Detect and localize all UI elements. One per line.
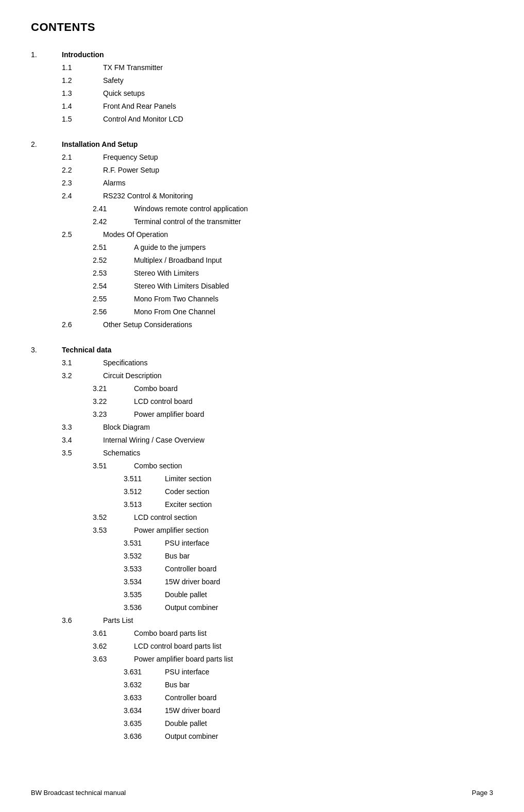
- toc-item-number: 3.2: [62, 370, 103, 381]
- toc-item-number: 3.62: [93, 641, 134, 652]
- toc-item: 3.532Bus bar: [31, 551, 493, 562]
- toc-item-label: Double pallet: [165, 718, 207, 729]
- toc-item-label: Quick setups: [103, 88, 145, 99]
- toc-item-number: 3.631: [124, 667, 165, 678]
- toc-item: 3.61Combo board parts list: [31, 628, 493, 639]
- toc-item-label: Windows remote control application: [134, 204, 248, 214]
- toc-item-label: Frequency Setup: [103, 152, 158, 163]
- toc-item-label: PSU interface: [165, 667, 209, 678]
- toc-item: 3.511Limiter section: [31, 473, 493, 484]
- toc-item-label: Terminal control of the transmitter: [134, 216, 241, 227]
- toc-item: 2.5Modes Of Operation: [31, 229, 493, 240]
- toc-item-label: Mono From Two Channels: [134, 294, 218, 304]
- toc-item-label: Block Diagram: [103, 422, 150, 433]
- toc-item-number: 3.533: [124, 564, 165, 574]
- toc-item: 3.535Double pallet: [31, 589, 493, 600]
- toc-item: 3.1Specifications: [31, 358, 493, 368]
- toc-item: 3.53Power amplifier section: [31, 525, 493, 536]
- toc-item: 2.52Multiplex / Broadband Input: [31, 255, 493, 266]
- toc-item-label: Technical data: [62, 345, 111, 356]
- toc-item-number: 3.633: [124, 692, 165, 703]
- toc-item-number: 1.2: [62, 75, 103, 86]
- toc-item-label: Power amplifier section: [134, 525, 209, 536]
- toc-item: 2.56Mono From One Channel: [31, 307, 493, 317]
- toc-item-number: 3.51: [93, 461, 134, 471]
- toc-item-label: A guide to the jumpers: [134, 242, 206, 253]
- toc-item-number: 2.: [31, 139, 62, 150]
- toc-item-number: 3.6: [62, 615, 103, 626]
- toc-item-label: Controller board: [165, 692, 216, 703]
- toc-section-header: 1.Introduction: [31, 49, 493, 60]
- toc-item-label: Combo section: [134, 461, 182, 471]
- toc-item: 3.22LCD control board: [31, 396, 493, 407]
- toc-item-label: Controller board: [165, 564, 216, 574]
- toc-item: 1.1TX FM Transmitter: [31, 62, 493, 73]
- toc-item-number: 3.53: [93, 525, 134, 536]
- toc-item: 2.53Stereo With Limiters: [31, 268, 493, 279]
- toc-item-number: 3.1: [62, 358, 103, 368]
- toc-section-header: 3.Technical data: [31, 345, 493, 356]
- toc-item-label: LCD control section: [134, 512, 197, 523]
- toc-item-label: R.F. Power Setup: [103, 165, 159, 176]
- toc-item-number: 2.3: [62, 178, 103, 189]
- toc-item-number: 2.6: [62, 319, 103, 330]
- toc-item: 3.62LCD control board parts list: [31, 641, 493, 652]
- footer: BW Broadcast technical manual Page 3: [31, 789, 493, 797]
- toc-item-label: Introduction: [62, 49, 104, 60]
- toc-item: 3.636Output combiner: [31, 731, 493, 742]
- toc-item-number: 2.2: [62, 165, 103, 176]
- toc-item-number: 3.532: [124, 551, 165, 562]
- toc-item-number: 2.41: [93, 204, 134, 214]
- toc-item: 3.6Parts List: [31, 615, 493, 626]
- toc-item-number: 2.54: [93, 281, 134, 292]
- footer-right: Page 3: [472, 789, 493, 797]
- toc-item-label: TX FM Transmitter: [103, 62, 163, 73]
- toc-item: 2.55Mono From Two Channels: [31, 294, 493, 304]
- toc-item-number: 3.534: [124, 577, 165, 587]
- toc-item-label: Multiplex / Broadband Input: [134, 255, 222, 266]
- toc-item-number: 2.55: [93, 294, 134, 304]
- toc-item-label: Output combiner: [165, 602, 218, 613]
- toc-item: 3.52LCD control section: [31, 512, 493, 523]
- toc-item: 2.6Other Setup Considerations: [31, 319, 493, 330]
- toc-item-label: 15W driver board: [165, 577, 220, 587]
- toc-item-number: 3.632: [124, 680, 165, 690]
- toc-item-number: 3.23: [93, 409, 134, 420]
- toc-item: 2.1Frequency Setup: [31, 152, 493, 163]
- toc-item-label: Safety: [103, 75, 124, 86]
- toc-section-section3: 3.Technical data3.1Specifications3.2Circ…: [31, 345, 493, 742]
- toc-item: 3.536Output combiner: [31, 602, 493, 613]
- toc-item: 3.632Bus bar: [31, 680, 493, 690]
- toc-item-number: 3.5: [62, 448, 103, 459]
- toc-item-number: 3.3: [62, 422, 103, 433]
- toc-item: 3.512Coder section: [31, 486, 493, 497]
- toc-item: 3.63415W driver board: [31, 705, 493, 716]
- toc-item-number: 3.635: [124, 718, 165, 729]
- toc-item: 1.4Front And Rear Panels: [31, 101, 493, 112]
- toc-item-label: LCD control board: [134, 396, 193, 407]
- toc-item-number: 2.53: [93, 268, 134, 279]
- toc-item-number: 3.636: [124, 731, 165, 742]
- toc-item: 2.54Stereo With Limiters Disabled: [31, 281, 493, 292]
- toc-item-number: 2.56: [93, 307, 134, 317]
- toc-item-number: 2.51: [93, 242, 134, 253]
- toc-container: 1.Introduction1.1TX FM Transmitter1.2Saf…: [31, 49, 493, 742]
- toc-item: 2.41Windows remote control application: [31, 204, 493, 214]
- toc-item: 3.63Power amplifier board parts list: [31, 654, 493, 665]
- toc-item-number: 1.4: [62, 101, 103, 112]
- toc-item: 3.533Controller board: [31, 564, 493, 574]
- toc-item: 3.21Combo board: [31, 383, 493, 394]
- toc-item-number: 3.513: [124, 499, 165, 510]
- toc-item-label: Internal Wiring / Case Overview: [103, 435, 205, 446]
- toc-item-number: 3.21: [93, 383, 134, 394]
- toc-item-label: 15W driver board: [165, 705, 220, 716]
- toc-item-label: Stereo With Limiters: [134, 268, 199, 279]
- toc-item-label: Circuit Description: [103, 370, 162, 381]
- toc-item-number: 1.1: [62, 62, 103, 73]
- toc-item: 3.2Circuit Description: [31, 370, 493, 381]
- toc-item: 3.531PSU interface: [31, 538, 493, 549]
- toc-item-number: 3.63: [93, 654, 134, 665]
- toc-item: 3.3Block Diagram: [31, 422, 493, 433]
- toc-item-label: Alarms: [103, 178, 126, 189]
- toc-item: 1.3Quick setups: [31, 88, 493, 99]
